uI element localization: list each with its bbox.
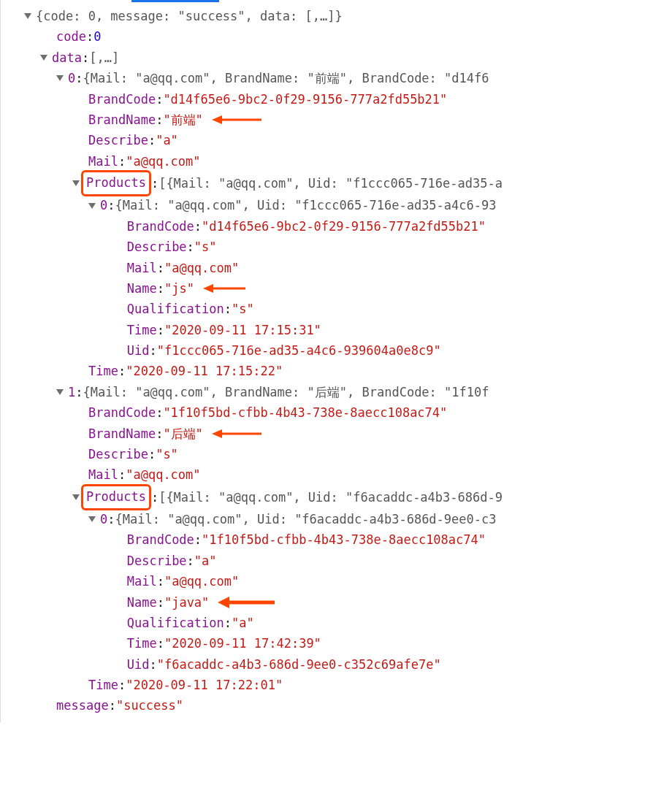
key: Describe <box>88 444 148 464</box>
key: Uid <box>127 654 150 675</box>
key-describe: Describe <box>88 130 148 150</box>
key-1: 1 <box>68 382 75 402</box>
val: "s" <box>194 237 217 257</box>
svg-marker-5 <box>212 429 222 438</box>
p1-time[interactable]: Time: "2020-09-11 17:42:39" <box>8 633 672 654</box>
val: "a@qq.com" <box>164 571 239 591</box>
p0-name[interactable]: Name: "js" <box>8 278 672 299</box>
key: Uid <box>127 340 150 361</box>
key: 0 <box>100 509 107 529</box>
chevron-down-icon[interactable] <box>24 13 31 19</box>
key-products: Products <box>86 489 146 504</box>
val: "a" <box>232 613 254 633</box>
p0-brandcode[interactable]: BrandCode: "d14f65e6-9bc2-0f29-9156-777a… <box>8 216 672 237</box>
preview: {Mail: "a@qq.com", Uid: "f6acaddc-a4b3-6… <box>115 509 497 529</box>
array-item-1[interactable]: 1: {Mail: "a@qq.com", BrandName: "后端", B… <box>8 382 672 402</box>
prop-brandname-1[interactable]: BrandName: "后端" <box>8 424 672 444</box>
json-root[interactable]: {code: 0, message: "success", data: [,…]… <box>8 6 672 26</box>
svg-marker-3 <box>203 284 213 293</box>
prop-brandname-0[interactable]: BrandName: "前端" <box>8 110 672 130</box>
val: "1f10f5bd-cfbb-4b43-738e-8aecc108ac74" <box>202 529 486 550</box>
prop-describe-0[interactable]: Describe: "a" <box>8 130 672 150</box>
val: "s" <box>156 444 178 464</box>
products1-item-0[interactable]: 0: {Mail: "a@qq.com", Uid: "f6acaddc-a4b… <box>8 509 672 529</box>
annotation-arrow-icon <box>212 113 263 126</box>
annotation-highlight-box: Products <box>81 170 151 196</box>
prop-products-1[interactable]: Products: [{Mail: "a@qq.com", Uid: "f6ac… <box>8 486 672 509</box>
val: "a@qq.com" <box>164 258 239 278</box>
item1-preview: {Mail: "a@qq.com", BrandName: "后端", Bran… <box>83 382 489 402</box>
val: "a" <box>194 551 217 571</box>
p0-qualification[interactable]: Qualification: "s" <box>8 299 672 319</box>
prop-products-0[interactable]: Products: [{Mail: "a@qq.com", Uid: "f1cc… <box>8 172 672 195</box>
prop-mail-0[interactable]: Mail: "a@qq.com" <box>8 151 672 172</box>
key-message: message <box>56 695 109 716</box>
key-brandcode: BrandCode <box>88 89 156 110</box>
p0-time[interactable]: Time: "2020-09-11 17:15:31" <box>8 320 672 340</box>
key: Describe <box>127 551 187 571</box>
val-brandname: "前端" <box>163 110 202 130</box>
root-preview: {code: 0, message: "success", data: [,…]… <box>36 6 343 26</box>
chevron-down-icon[interactable] <box>56 389 64 395</box>
prop-code[interactable]: code: 0 <box>8 26 672 47</box>
chevron-down-icon[interactable] <box>72 494 80 500</box>
p1-qualification[interactable]: Qualification: "a" <box>8 613 672 633</box>
val-code: 0 <box>93 26 101 47</box>
val: "2020-09-11 17:15:31" <box>164 320 321 340</box>
chevron-down-icon[interactable] <box>88 516 96 522</box>
key: BrandCode <box>127 529 194 550</box>
key: Time <box>127 320 157 340</box>
val: "1f10f5bd-cfbb-4b43-738e-8aecc108ac74" <box>163 402 447 423</box>
prop-mail-1[interactable]: Mail: "a@qq.com" <box>8 464 672 485</box>
key: Qualification <box>127 299 224 319</box>
key: BrandName <box>88 424 156 444</box>
key: Mail <box>88 464 118 485</box>
prop-message[interactable]: message: "success" <box>8 695 672 716</box>
products-preview: [{Mail: "a@qq.com", Uid: "f1ccc065-716e-… <box>159 173 503 194</box>
p0-uid[interactable]: Uid: "f1ccc065-716e-ad35-a4c6-939604a0e8… <box>8 340 672 361</box>
val-time: "2020-09-11 17:22:01" <box>126 675 283 695</box>
key-brandname: BrandName <box>88 110 156 130</box>
val-brandcode: "d14f65e6-9bc2-0f29-9156-777a2fd55b21" <box>163 89 447 110</box>
prop-describe-1[interactable]: Describe: "s" <box>8 444 672 464</box>
key-code: code <box>56 26 86 47</box>
annotation-arrow-icon <box>212 427 263 440</box>
prop-time-1[interactable]: Time: "2020-09-11 17:22:01" <box>8 675 672 695</box>
val: "f6acaddc-a4b3-686d-9ee0-c352c69afe7e" <box>157 654 441 675</box>
chevron-down-icon[interactable] <box>72 180 80 186</box>
key: Mail <box>127 571 157 591</box>
active-tab-indicator <box>131 0 219 2</box>
prop-data[interactable]: data: [,…] <box>8 47 672 68</box>
key-time: Time <box>88 675 118 695</box>
val: "后端" <box>163 424 202 444</box>
chevron-down-icon[interactable] <box>56 75 64 81</box>
prop-brandcode-1[interactable]: BrandCode: "1f10f5bd-cfbb-4b43-738e-8aec… <box>8 402 672 423</box>
val-time: "2020-09-11 17:15:22" <box>126 361 283 381</box>
val: "f1ccc065-716e-ad35-a4c6-939604a0e8c9" <box>157 340 441 361</box>
p1-uid[interactable]: Uid: "f6acaddc-a4b3-686d-9ee0-c352c69afe… <box>8 654 672 675</box>
prop-time-0[interactable]: Time: "2020-09-11 17:15:22" <box>8 361 672 381</box>
key: Name <box>127 592 157 613</box>
key: BrandCode <box>88 402 156 423</box>
p1-name[interactable]: Name: "java" <box>8 592 672 613</box>
key: Name <box>127 278 157 299</box>
p1-describe[interactable]: Describe: "a" <box>8 551 672 571</box>
chevron-down-icon[interactable] <box>88 203 96 209</box>
annotation-arrow-icon <box>218 595 276 610</box>
item0-preview: {Mail: "a@qq.com", BrandName: "前端", Bran… <box>83 68 489 88</box>
key: BrandCode <box>127 216 194 237</box>
array-item-0[interactable]: 0: {Mail: "a@qq.com", BrandName: "前端", B… <box>8 68 672 88</box>
val-data-preview: [,…] <box>89 47 119 68</box>
p1-mail[interactable]: Mail: "a@qq.com" <box>8 571 672 591</box>
key: Time <box>127 633 157 654</box>
key-time: Time <box>88 361 118 381</box>
products0-item-0[interactable]: 0: {Mail: "a@qq.com", Uid: "f1ccc065-716… <box>8 195 672 215</box>
p1-brandcode[interactable]: BrandCode: "1f10f5bd-cfbb-4b43-738e-8aec… <box>8 529 672 550</box>
prop-brandcode-0[interactable]: BrandCode: "d14f65e6-9bc2-0f29-9156-777a… <box>8 89 672 110</box>
val: "2020-09-11 17:42:39" <box>164 633 321 654</box>
p0-mail[interactable]: Mail: "a@qq.com" <box>8 258 672 278</box>
key-0: 0 <box>68 68 75 88</box>
key: Qualification <box>127 613 224 633</box>
chevron-down-icon[interactable] <box>40 55 47 61</box>
p0-describe[interactable]: Describe: "s" <box>8 237 672 257</box>
